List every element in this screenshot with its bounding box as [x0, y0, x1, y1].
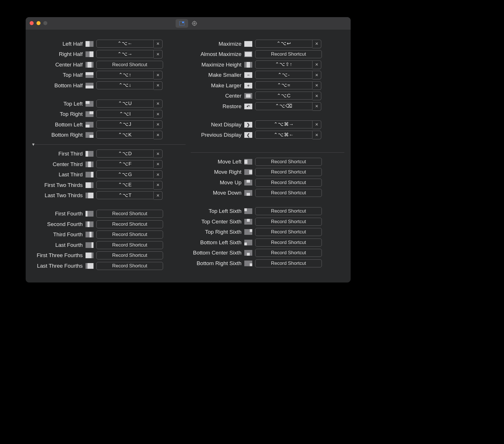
maximize-icon	[244, 41, 252, 47]
clear-shortcut-button[interactable]: ×	[154, 131, 162, 139]
center-icon	[244, 93, 252, 99]
last-fourth-icon	[86, 242, 94, 248]
action-row: Third FourthRecord Shortcut	[32, 231, 186, 239]
clear-shortcut-button[interactable]: ×	[154, 71, 162, 79]
record-shortcut-button[interactable]: Record Shortcut	[255, 249, 322, 257]
record-shortcut-button[interactable]: Record Shortcut	[255, 239, 322, 247]
top-half-icon	[86, 72, 94, 78]
shortcut-value[interactable]: ⌃⌥←	[96, 40, 154, 48]
record-shortcut-button[interactable]: Record Shortcut	[255, 189, 322, 197]
action-label: Bottom Right	[32, 132, 83, 138]
clear-shortcut-button[interactable]: ×	[154, 181, 162, 189]
shortcut-value[interactable]: ⌃⌥U	[96, 100, 154, 108]
shortcut-value[interactable]: ⌃⌥T	[96, 191, 154, 199]
shortcut-value[interactable]: ⌃⌥⌫	[255, 102, 312, 110]
close-window-button[interactable]	[30, 21, 34, 25]
clear-shortcut-button[interactable]: ×	[154, 40, 162, 48]
shortcut-value[interactable]: ⌃⌥⌘→	[255, 120, 312, 128]
record-shortcut-button[interactable]: Record Shortcut	[255, 168, 322, 176]
record-shortcut-button[interactable]: Record Shortcut	[96, 231, 163, 239]
zoom-window-button[interactable]	[43, 21, 47, 25]
record-shortcut-button[interactable]: Record Shortcut	[255, 259, 322, 267]
record-shortcut-button[interactable]: Record Shortcut	[255, 218, 322, 226]
clear-shortcut-button[interactable]: ×	[154, 50, 162, 58]
restore-icon: ↶	[244, 104, 252, 109]
action-label: Bottom Left	[32, 122, 83, 128]
action-row: Left Half⌃⌥←×	[32, 40, 186, 48]
shortcut-value[interactable]: ⌃⌥↑	[96, 71, 154, 79]
shortcut-value[interactable]: ⌃⌥↓	[96, 81, 154, 89]
action-label: Move Down	[191, 190, 241, 196]
action-row: Move UpRecord Shortcut	[191, 179, 344, 186]
move-left-icon	[244, 159, 252, 165]
record-shortcut-button[interactable]: Record Shortcut	[255, 50, 322, 58]
clear-shortcut-button[interactable]: ×	[312, 81, 321, 90]
shortcut-value[interactable]: ⌃⌥-	[255, 71, 312, 79]
left-half-icon	[86, 41, 94, 47]
record-shortcut-button[interactable]: Record Shortcut	[96, 210, 163, 218]
clear-shortcut-button[interactable]: ×	[154, 110, 162, 118]
shortcut-value[interactable]: ⌃⌥I	[96, 110, 154, 118]
shortcut-value[interactable]: ⌃⌥→	[96, 50, 154, 58]
record-shortcut-button[interactable]: Record Shortcut	[255, 228, 322, 236]
shortcut-value[interactable]: ⌃⌥D	[96, 150, 154, 158]
record-shortcut-button[interactable]: Record Shortcut	[96, 251, 163, 259]
clear-shortcut-button[interactable]: ×	[312, 120, 321, 129]
titlebar	[26, 17, 351, 30]
disclosure-triangle[interactable]: ▼	[30, 142, 37, 147]
clear-shortcut-button[interactable]: ×	[154, 170, 162, 179]
record-shortcut-button[interactable]: Record Shortcut	[96, 262, 163, 270]
clear-shortcut-button[interactable]: ×	[312, 102, 321, 111]
clear-shortcut-button[interactable]: ×	[154, 191, 162, 200]
clear-shortcut-button[interactable]: ×	[312, 60, 321, 69]
clear-shortcut-button[interactable]: ×	[154, 150, 162, 158]
move-down-icon	[244, 190, 252, 196]
shortcut-value[interactable]: ⌃⌥F	[96, 160, 154, 168]
record-shortcut-button[interactable]: Record Shortcut	[96, 220, 163, 228]
clear-shortcut-button[interactable]: ×	[312, 40, 321, 48]
clear-shortcut-button[interactable]: ×	[312, 131, 321, 139]
action-row: Next Display❯⌃⌥⌘→×	[191, 121, 344, 128]
shortcut-value[interactable]: ⌃⌥E	[96, 181, 154, 189]
third-fourth-icon	[86, 232, 94, 237]
bottom-right-sixth-icon	[244, 261, 252, 266]
shortcut-value[interactable]: ⌃⌥⌘←	[255, 131, 312, 139]
action-label: Top Right Sixth	[191, 229, 241, 235]
tab-settings[interactable]	[188, 19, 201, 28]
record-shortcut-button[interactable]: Record Shortcut	[255, 179, 322, 187]
clear-shortcut-button[interactable]: ×	[154, 81, 162, 90]
tab-window-actions[interactable]	[176, 19, 188, 28]
record-shortcut-button[interactable]: Record Shortcut	[96, 61, 163, 69]
shortcut-value[interactable]: ⌃⌥K	[96, 131, 154, 139]
top-right-icon	[86, 111, 94, 117]
clear-shortcut-button[interactable]: ×	[154, 120, 162, 129]
shortcut-value[interactable]: ⌃⌥=	[255, 81, 312, 89]
record-shortcut-button[interactable]: Record Shortcut	[255, 158, 322, 166]
shortcut-value[interactable]: ⌃⌥J	[96, 120, 154, 128]
last-two-thirds-icon	[86, 193, 94, 198]
shortcut-value[interactable]: ⌃⌥C	[255, 92, 312, 100]
action-row: Second FourthRecord Shortcut	[32, 220, 186, 228]
top-left-sixth-icon	[244, 208, 252, 214]
shortcut-value[interactable]: ⌃⌥G	[96, 170, 154, 178]
shortcut-value[interactable]: ⌃⌥↩	[255, 40, 312, 48]
bottom-right-icon	[86, 132, 94, 138]
clear-shortcut-button[interactable]: ×	[312, 71, 321, 79]
action-label: Left Half	[32, 41, 83, 47]
center-half-icon	[86, 62, 94, 68]
shortcut-value[interactable]: ⌃⌥⇧↑	[255, 60, 312, 68]
action-row: Bottom Center SixthRecord Shortcut	[191, 249, 344, 257]
clear-shortcut-button[interactable]: ×	[154, 100, 162, 108]
action-row: Last Three FourthsRecord Shortcut	[32, 262, 186, 270]
action-row: Make Smaller−⌃⌥-×	[191, 71, 344, 79]
record-shortcut-button[interactable]: Record Shortcut	[96, 241, 163, 249]
center-third-icon	[86, 162, 94, 167]
minimize-window-button[interactable]	[36, 21, 40, 25]
action-row: Center Third⌃⌥F×	[32, 160, 186, 168]
bottom-center-sixth-icon	[244, 250, 252, 256]
first-two-thirds-icon	[86, 182, 94, 188]
clear-shortcut-button[interactable]: ×	[154, 160, 162, 169]
clear-shortcut-button[interactable]: ×	[312, 92, 321, 100]
action-row: Top Left SixthRecord Shortcut	[191, 207, 344, 215]
record-shortcut-button[interactable]: Record Shortcut	[255, 207, 322, 215]
